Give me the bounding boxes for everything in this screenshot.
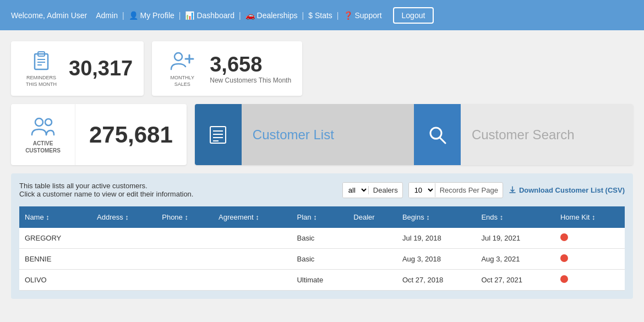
sort-arrows-begins: ↕: [426, 213, 430, 221]
dealerships-link[interactable]: 🚗 Dealerships: [245, 11, 298, 20]
cell-agreement: [213, 249, 291, 270]
sort-arrows-plan: ↕: [313, 213, 317, 221]
question-icon: ❓: [343, 11, 353, 20]
table-section: This table lists all your active custome…: [11, 173, 633, 299]
home-kit-indicator: [560, 254, 568, 262]
main-content: REMINDERS THIS MONTH 30,317 MONTHLY SALE…: [0, 30, 644, 310]
cell-begins: Jul 19, 2018: [397, 228, 476, 249]
action-buttons: Customer List Customer Search: [195, 104, 633, 165]
active-customers-card: ACTIVE CUSTOMERS 275,681: [11, 104, 187, 165]
cell-plan: Ultimate: [291, 270, 348, 291]
dashboard-icon: 📊: [185, 11, 194, 20]
top-stats-row: REMINDERS THIS MONTH 30,317 MONTHLY SALE…: [11, 41, 633, 96]
monthly-sales-sub: New Customers This Month: [210, 77, 291, 84]
active-customers-icon-block: ACTIVE CUSTOMERS: [11, 104, 75, 165]
sort-arrows-address: ↕: [125, 213, 129, 221]
cell-dealer: [348, 228, 397, 249]
customer-list-label: Customer List: [242, 104, 414, 165]
col-address[interactable]: Address ↕: [91, 206, 156, 228]
cell-address: [91, 249, 156, 270]
cell-address: [91, 228, 156, 249]
customer-search-icon: [414, 104, 461, 165]
dealer-filter: all Dealers: [342, 182, 403, 198]
sep1: |: [122, 11, 124, 20]
clipboard-icon: [30, 50, 52, 72]
sort-arrows-agreement: ↕: [255, 213, 259, 221]
admin-link[interactable]: Admin: [96, 11, 118, 20]
logout-button[interactable]: Logout: [393, 7, 434, 24]
sep5: |: [337, 11, 339, 20]
cell-homekit: [555, 228, 625, 249]
col-phone[interactable]: Phone ↕: [156, 206, 213, 228]
people-plus-icon: [170, 50, 194, 72]
table-right-controls: all Dealers 10 25 50 Records Per Page: [342, 182, 625, 198]
home-kit-indicator: [560, 233, 568, 241]
col-plan[interactable]: Plan ↕: [291, 206, 348, 228]
customer-search-button[interactable]: Customer Search: [414, 104, 633, 165]
cell-dealer: [348, 249, 397, 270]
cell-agreement: [213, 270, 291, 291]
table-row[interactable]: GREGORYBasicJul 19, 2018Jul 19, 2021: [19, 228, 625, 249]
home-kit-indicator: [560, 275, 568, 283]
svg-point-9: [45, 119, 52, 125]
dealer-label: Dealers: [368, 186, 402, 194]
monthly-sales-icon-block: MONTHLY SALES: [163, 50, 201, 88]
table-description: This table lists all your active custome…: [19, 182, 193, 198]
col-dealer: Dealer: [348, 206, 397, 228]
cell-homekit: [555, 270, 625, 291]
reminders-icon-block: REMINDERS THIS MONTH: [22, 50, 61, 88]
monthly-sales-card: MONTHLY SALES 3,658 New Customers This M…: [152, 41, 302, 96]
cell-homekit: [555, 249, 625, 270]
customer-list-button[interactable]: Customer List: [195, 104, 414, 165]
search-icon: [427, 124, 447, 145]
col-begins[interactable]: Begins ↕: [397, 206, 476, 228]
cell-dealer: [348, 270, 397, 291]
cell-name: GREGORY: [19, 228, 91, 249]
col-name[interactable]: Name ↕: [19, 206, 91, 228]
col-ends[interactable]: Ends ↕: [476, 206, 555, 228]
welcome-text: Welcome, Admin User: [11, 11, 87, 20]
cell-address: [91, 270, 156, 291]
support-link[interactable]: ❓ Support: [343, 11, 382, 20]
cell-phone: [156, 249, 213, 270]
stats-link[interactable]: $ Stats: [308, 11, 332, 20]
second-row: ACTIVE CUSTOMERS 275,681 Customer List: [11, 104, 633, 165]
cell-name: OLIVO: [19, 270, 91, 291]
list-icon: [208, 124, 228, 145]
active-customers-value: 275,681: [75, 104, 187, 165]
sort-arrows-phone: ↕: [184, 213, 188, 221]
dollar-icon: $: [308, 11, 313, 20]
cell-phone: [156, 228, 213, 249]
records-per-page-select[interactable]: 10 25 50: [409, 183, 435, 198]
col-homekit[interactable]: Home Kit ↕: [555, 206, 625, 228]
table-row[interactable]: BENNIEBasicAug 3, 2018Aug 3, 2021: [19, 249, 625, 270]
cell-name: BENNIE: [19, 249, 91, 270]
col-agreement[interactable]: Agreement ↕: [213, 206, 291, 228]
sep4: |: [302, 11, 304, 20]
cell-plan: Basic: [291, 249, 348, 270]
cell-begins: Aug 3, 2018: [397, 249, 476, 270]
svg-point-8: [35, 118, 43, 126]
cell-ends: Aug 3, 2021: [476, 249, 555, 270]
customers-table: Name ↕ Address ↕ Phone ↕ Agreement ↕ Pla…: [19, 206, 625, 291]
table-controls: This table lists all your active custome…: [19, 182, 625, 198]
table-row[interactable]: OLIVOUltimateOct 27, 2018Oct 27, 2021: [19, 270, 625, 291]
my-profile-link[interactable]: 👤 My Profile: [129, 11, 174, 20]
table-header-row: Name ↕ Address ↕ Phone ↕ Agreement ↕ Pla…: [19, 206, 625, 228]
active-customers-icon: [31, 115, 55, 137]
download-csv-button[interactable]: Download Customer List (CSV): [509, 186, 625, 194]
dealer-select[interactable]: all: [343, 183, 368, 198]
cell-ends: Oct 27, 2021: [476, 270, 555, 291]
reminders-value: 30,317: [69, 57, 133, 80]
records-filter: 10 25 50 Records Per Page: [408, 182, 503, 198]
download-icon: [509, 186, 516, 194]
reminders-label: REMINDERS THIS MONTH: [22, 75, 61, 88]
dashboard-link[interactable]: 📊 Dashboard: [185, 11, 234, 20]
sep3: |: [239, 11, 241, 20]
active-customers-label: ACTIVE CUSTOMERS: [21, 140, 65, 154]
customer-search-label: Customer Search: [461, 104, 633, 165]
sort-arrows-name: ↕: [46, 213, 50, 221]
table-desc-line2: Click a customer name to view or edit th…: [19, 190, 193, 198]
sep2: |: [179, 11, 181, 20]
monthly-sales-value: 3,658: [210, 53, 291, 77]
